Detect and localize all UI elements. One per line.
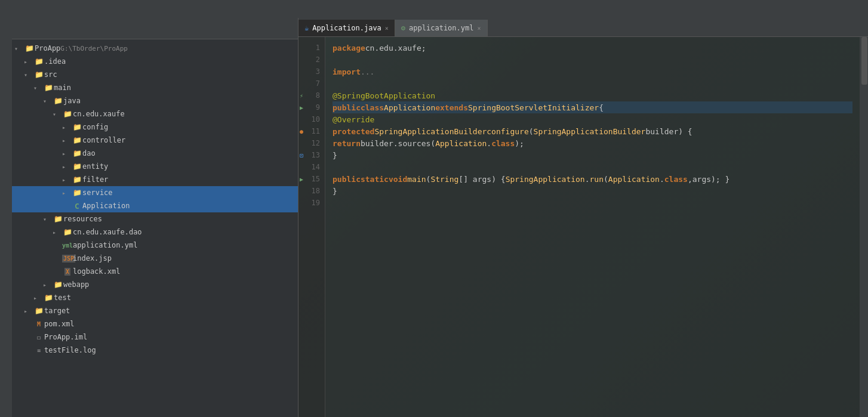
tab-icon: ⚙ <box>401 24 405 32</box>
tree-item-index-jsp[interactable]: JSPindex.jsp <box>12 252 298 265</box>
tree-item-filter[interactable]: ▸📁filter <box>12 173 298 186</box>
code-area[interactable]: package cn.edu.xaufe; import ... @Spring… <box>325 37 860 417</box>
tree-item-entity[interactable]: ▸📁entity <box>12 160 298 173</box>
scrollbar-thumb[interactable] <box>861 37 867 85</box>
line-num-text: 7 <box>316 79 320 88</box>
tree-arrow: ▾ <box>24 72 33 78</box>
line-number-19: 19 <box>298 197 325 209</box>
tab-app-java[interactable]: ☕Application.java× <box>298 20 395 36</box>
token-kw: public <box>333 175 361 184</box>
tab-label: Application.java <box>312 24 381 32</box>
line-indicator: ● <box>300 128 303 135</box>
tree-arrow: ▸ <box>62 163 72 170</box>
tree-item-src[interactable]: ▾📁src <box>12 68 298 81</box>
tree-item-resources[interactable]: ▾📁resources <box>12 212 298 226</box>
tree-item-main[interactable]: ▾📁main <box>12 81 298 94</box>
file-icon: ◻ <box>33 333 44 341</box>
file-icon: ≡ <box>33 346 44 354</box>
file-icon: 📁 <box>33 307 44 315</box>
line-indicator: ⚡ <box>300 92 303 99</box>
tree-item-logback-xml[interactable]: Xlogback.xml <box>12 265 298 278</box>
line-num-text: 14 <box>312 163 320 171</box>
tree-arrow: ▸ <box>62 137 72 144</box>
line-num-text: 12 <box>312 139 320 147</box>
file-icon: 📁 <box>33 70 44 79</box>
tab-close-button[interactable]: × <box>477 25 481 32</box>
line-number-13: ⊡13 <box>298 149 325 161</box>
token-mth: configure <box>487 127 528 136</box>
project-panel: ▾📁ProApp G:\TbOrder\ProApp▸📁.idea▾📁src▾📁… <box>12 18 298 417</box>
file-icon: 📁 <box>72 136 82 144</box>
code-line-8: @SpringBootApplication <box>333 89 852 101</box>
tree-arrow: ▸ <box>24 308 33 314</box>
line-num-text: 9 <box>316 103 320 112</box>
tree-label: src <box>44 70 57 79</box>
globe-icon[interactable] <box>267 27 272 30</box>
tree-arrow: ▾ <box>43 216 53 223</box>
tree-item-cn-edu-xaufe-dao[interactable]: ▸📁cn.edu.xaufe.dao <box>12 226 298 239</box>
tree-label: controller <box>82 136 125 144</box>
tree-item-service[interactable]: ▸📁service <box>12 186 298 199</box>
tab-close-button[interactable]: × <box>385 25 389 32</box>
tree-arrow: ▸ <box>43 282 53 288</box>
token-kw: protected <box>333 127 374 136</box>
token-cls: SpringApplication <box>506 175 585 184</box>
line-indicator: ▶ <box>300 176 303 183</box>
tree-arrow: ▾ <box>14 45 24 52</box>
tree-item-controller[interactable]: ▸📁controller <box>12 134 298 147</box>
tree-arrow: ▾ <box>43 98 53 104</box>
tree-label: entity <box>82 162 108 171</box>
token-white: ); <box>515 139 524 148</box>
tree-item-application-yml[interactable]: ymlapplication.yml <box>12 239 298 252</box>
token-kw: class <box>664 175 688 184</box>
line-num-text: 1 <box>316 44 320 52</box>
tree-item-proapp-iml[interactable]: ◻ProApp.iml <box>12 330 298 344</box>
code-line-10: @Override <box>333 113 852 125</box>
tree-item-testfile-log[interactable]: ≡testFile.log <box>12 344 298 357</box>
title-bar <box>0 0 868 18</box>
tree-item-proapp[interactable]: ▾📁ProApp G:\TbOrder\ProApp <box>12 42 298 55</box>
token-kw: class <box>361 103 384 112</box>
token-kw: extends <box>435 103 468 112</box>
code-line-7 <box>333 78 852 89</box>
line-num-text: 10 <box>312 115 320 123</box>
tree-arrow: ▸ <box>62 150 72 157</box>
line-num-text: 19 <box>312 199 320 207</box>
tree-item-config[interactable]: ▸📁config <box>12 121 298 134</box>
token-cls: String <box>430 175 458 184</box>
tree-item-application[interactable]: CApplication <box>12 199 298 212</box>
token-cls: SpringApplicationBuilder <box>374 127 487 136</box>
tree-label: target <box>44 307 70 315</box>
tree-arrow: ▸ <box>53 229 62 236</box>
file-icon: 📁 <box>72 123 82 131</box>
token-cls: Application <box>608 175 660 184</box>
layout-icon[interactable] <box>274 27 279 30</box>
token-kw: return <box>333 139 361 148</box>
minimize-icon[interactable] <box>288 27 293 30</box>
tree-item-test[interactable]: ▸📁test <box>12 291 298 304</box>
tree-label: test <box>54 294 71 302</box>
tree-item-webapp[interactable]: ▸📁webapp <box>12 278 298 291</box>
tree-item-dao[interactable]: ▸📁dao <box>12 147 298 160</box>
token-kw: public <box>333 103 361 112</box>
tree-label: dao <box>82 149 96 157</box>
tree-item--idea[interactable]: ▸📁.idea <box>12 55 298 68</box>
token-ann: @Override <box>333 115 374 124</box>
line-number-7: 7 <box>298 78 325 89</box>
tree-item-pom-xml[interactable]: Mpom.xml <box>12 317 298 330</box>
token-white: } <box>333 187 337 196</box>
tree-arrow: ▸ <box>62 124 72 131</box>
tree-arrow: ▾ <box>53 111 62 118</box>
tree-item-java[interactable]: ▾📁java <box>12 94 298 107</box>
token-white: ( <box>604 175 608 184</box>
tab-app-yml[interactable]: ⚙application.yml× <box>395 20 488 36</box>
code-line-18: } <box>333 185 852 197</box>
tree-label: testFile.log <box>44 346 96 354</box>
file-icon: JSP <box>62 254 73 262</box>
code-line-19 <box>333 197 852 209</box>
tree-item-target[interactable]: ▸📁target <box>12 304 298 317</box>
tree-item-cn-edu-xaufe[interactable]: ▾📁cn.edu.xaufe <box>12 107 298 121</box>
settings-icon[interactable] <box>281 27 286 30</box>
main-layout: ▾📁ProApp G:\TbOrder\ProApp▸📁.idea▾📁src▾📁… <box>0 18 868 417</box>
scrollbar-right[interactable] <box>860 37 868 417</box>
